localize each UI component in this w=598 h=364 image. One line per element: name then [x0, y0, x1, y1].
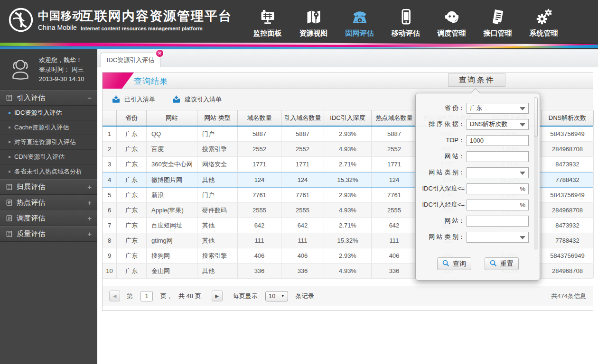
- expand-icon[interactable]: +: [87, 199, 92, 207]
- sidebar-group-2[interactable]: 热点评估+: [0, 195, 97, 210]
- nav-item-resources[interactable]: 资源视图: [290, 4, 336, 40]
- table-cell: 111: [372, 233, 417, 248]
- brand-name-zh: 中国移动: [38, 9, 84, 23]
- nav-item-mobile[interactable]: 移动评估: [383, 4, 429, 40]
- sidebar-item-0-1[interactable]: Cache资源引入评估: [0, 120, 97, 135]
- brand: 中国移动 China Mobile: [8, 7, 84, 33]
- idc-depth-input[interactable]: %: [467, 183, 529, 194]
- table-cell: 8473932: [542, 218, 594, 233]
- bullet-icon: [9, 112, 10, 114]
- table-cell: 5887: [238, 127, 281, 141]
- table-cell: 2.71%: [324, 218, 372, 233]
- pink-flag-decoration: [103, 73, 134, 89]
- expand-icon[interactable]: +: [87, 214, 92, 222]
- popup-scrollbar-thumb[interactable]: [534, 97, 538, 137]
- field-label-idc-depth: IDC引入深度<=: [416, 184, 465, 193]
- next-page-button[interactable]: ▶: [212, 291, 223, 301]
- sidebar-item-0-3[interactable]: CDN资源引入评估: [0, 150, 97, 164]
- form-row-province: 省 份：广东: [416, 100, 540, 116]
- toolbar-button-1[interactable]: 建议引入清单: [171, 95, 222, 104]
- field-value: 广东: [470, 104, 482, 112]
- popup-scrollbar-track[interactable]: [534, 97, 538, 250]
- toolbar-button-0[interactable]: 已引入清单: [111, 95, 155, 104]
- sort-by-select[interactable]: DNS解析次数: [467, 119, 529, 130]
- table-cell: 7761: [281, 188, 324, 202]
- field-label-website-type: 网 站 类 别：: [416, 168, 465, 177]
- column-header-5: 引入域名数量: [281, 110, 324, 126]
- query-conditions-button[interactable]: 查询条件: [448, 73, 505, 87]
- sidebar-group-3[interactable]: 调度评估+: [0, 210, 97, 226]
- table-cell: 336: [238, 264, 281, 278]
- main-nav: 监控面板资源视图固网评估移动评估调度管理接口管理系统管理: [244, 4, 567, 41]
- nav-item-interface[interactable]: 接口管理: [475, 4, 521, 40]
- table-cell: QQ: [147, 127, 197, 141]
- field-label-website-type-2: 网 站 类 别：: [416, 233, 465, 241]
- chevron-down-icon: [520, 123, 525, 127]
- per-page-select[interactable]: 10 ▼: [265, 291, 288, 301]
- nav-item-dispatch[interactable]: 调度管理: [429, 4, 475, 40]
- table-cell: 广东: [117, 157, 147, 172]
- panel-title: 查询结果: [134, 76, 168, 87]
- table-cell: 广东: [117, 142, 147, 156]
- website-type-select[interactable]: [467, 167, 529, 178]
- sidebar-group-label: 热点评估: [17, 198, 87, 207]
- sidebar-group-label: 调度评估: [17, 214, 87, 223]
- table-cell: 124: [281, 173, 324, 187]
- total-records-info: 共474条信息: [551, 292, 586, 300]
- table-cell: 6: [103, 203, 117, 218]
- form-row-sort-by: 排 序 依 据：DNS解析次数: [416, 116, 540, 132]
- nav-item-label: 固网评估: [346, 29, 374, 38]
- form-row-top: TOP：1000: [416, 132, 540, 148]
- table-cell: 124: [372, 173, 417, 187]
- prev-page-button[interactable]: ◀: [109, 291, 120, 301]
- table-cell: 5: [103, 188, 117, 202]
- per-page-label: 每页显示: [233, 292, 258, 300]
- idc-longitude-input[interactable]: %: [467, 200, 529, 210]
- nav-item-label: 资源视图: [299, 29, 328, 38]
- table-cell: 2.93%: [324, 188, 372, 202]
- website-input[interactable]: [467, 151, 529, 162]
- expand-icon[interactable]: +: [87, 230, 92, 238]
- sidebar-item-0-4[interactable]: 各省未引入热点域名分析: [0, 164, 97, 179]
- table-cell: 广东: [117, 233, 147, 248]
- top-input[interactable]: 1000: [467, 135, 529, 146]
- table-cell: 1771: [372, 157, 417, 172]
- table-cell: 广东: [117, 264, 147, 278]
- table-cell: 搜索引擎: [197, 142, 238, 156]
- table-cell: 15.32%: [324, 173, 372, 187]
- table-cell: 284968708: [542, 264, 594, 278]
- nav-item-system[interactable]: 系统管理: [521, 4, 567, 40]
- table-cell: 5843756949: [542, 248, 594, 263]
- sidebar-group-1[interactable]: 归属评估+: [0, 179, 97, 195]
- nav-item-label: 调度管理: [438, 29, 466, 38]
- reset-button[interactable]: 重置: [485, 257, 519, 270]
- nav-item-fixed-net[interactable]: 固网评估: [336, 4, 383, 40]
- sidebar-group-0[interactable]: 引入评估−: [0, 90, 97, 106]
- brand-name-en: China Mobile: [38, 24, 84, 31]
- expand-icon[interactable]: +: [87, 183, 92, 191]
- form-row-idc-longitude: IDC引入经度<=%: [416, 197, 540, 213]
- collapse-icon[interactable]: −: [87, 94, 92, 102]
- page-number-input[interactable]: 1: [140, 291, 153, 301]
- website-type-2-select[interactable]: [467, 232, 529, 243]
- table-cell: gtimg网: [147, 233, 197, 248]
- sidebar-item-0-0[interactable]: IDC资源引入评估: [0, 106, 97, 120]
- column-header-7: 热点域名数量: [372, 110, 417, 126]
- table-cell: 360安全中心网: [147, 157, 197, 172]
- website-2-input[interactable]: [467, 216, 529, 227]
- sidebar-item-label: 对等直连资源引入评估: [14, 138, 76, 146]
- table-cell: 7: [103, 218, 117, 233]
- doc-small-icon: [6, 94, 13, 101]
- user-info: 欢迎您，魏华！ 登录时间： 周三 2013-9-30 14:10: [39, 55, 84, 84]
- sidebar-group-4[interactable]: 质量评估+: [0, 226, 97, 242]
- sidebar-item-0-2[interactable]: 对等直连资源引入评估: [0, 135, 97, 150]
- table-cell: 广东: [117, 218, 147, 233]
- tab-idc-resource-eval[interactable]: IDC资源引入评估 ✕: [101, 53, 160, 67]
- province-select[interactable]: 广东: [467, 103, 529, 114]
- tab-close-icon[interactable]: ✕: [156, 49, 164, 57]
- form-row-website-type-2: 网 站 类 别：: [416, 229, 540, 245]
- table-cell: 124: [238, 173, 281, 187]
- panel-header: 查询结果: [103, 73, 593, 89]
- nav-item-monitor[interactable]: 监控面板: [244, 4, 290, 40]
- search-button[interactable]: 查询: [437, 257, 471, 270]
